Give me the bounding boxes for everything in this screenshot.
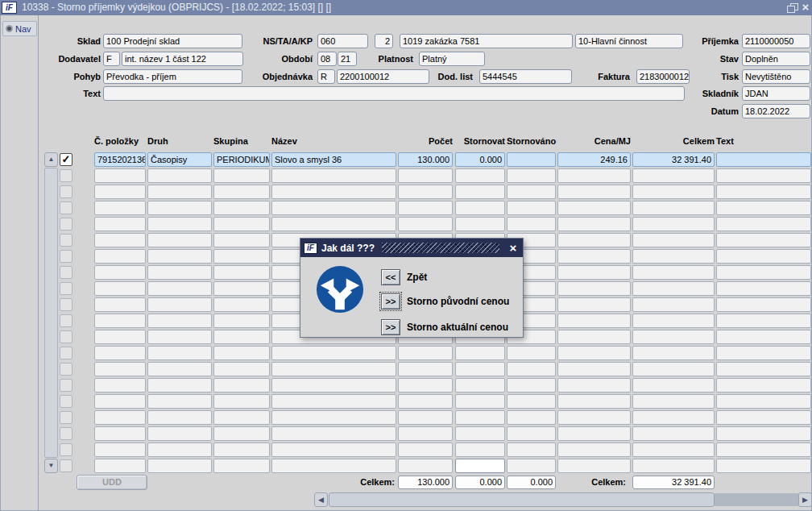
stav-field[interactable]: Doplněn (742, 52, 810, 66)
table-cell[interactable] (507, 152, 556, 167)
row-checkbox[interactable] (60, 314, 72, 327)
table-cell[interactable] (147, 378, 212, 393)
row-checkbox[interactable] (60, 427, 72, 440)
table-cell[interactable] (147, 281, 212, 296)
row-checkbox[interactable] (60, 201, 72, 214)
table-cell[interactable] (632, 281, 715, 296)
table-cell[interactable] (213, 378, 270, 393)
table-cell[interactable] (716, 201, 811, 215)
table-cell[interactable] (557, 410, 631, 425)
cinnost-field[interactable]: 10-Hlavní činnost (575, 34, 683, 48)
table-cell[interactable] (557, 362, 631, 376)
table-cell[interactable] (398, 217, 453, 231)
table-cell[interactable] (213, 201, 270, 215)
table-cell[interactable] (632, 185, 715, 199)
scrollbar-track[interactable] (715, 493, 798, 506)
table-cell[interactable] (557, 426, 631, 441)
table-cell[interactable] (507, 346, 556, 360)
table-cell[interactable] (94, 346, 146, 360)
table-cell[interactable] (398, 378, 453, 393)
table-cell[interactable] (94, 426, 146, 441)
table-cell[interactable] (557, 314, 631, 328)
table-cell[interactable] (557, 201, 631, 215)
table-cell[interactable] (557, 233, 631, 247)
table-cell[interactable] (455, 217, 505, 231)
table-cell[interactable] (455, 394, 505, 409)
table-cell[interactable] (398, 185, 453, 199)
table-cell[interactable] (507, 442, 556, 457)
row-checkbox[interactable] (60, 347, 72, 359)
table-cell[interactable] (632, 442, 715, 457)
table-cell[interactable] (716, 233, 811, 247)
table-cell[interactable] (716, 330, 811, 344)
table-cell[interactable] (455, 410, 505, 425)
table-cell[interactable] (716, 185, 811, 199)
table-cell[interactable] (147, 185, 212, 199)
table-cell[interactable]: 249.16 (557, 152, 631, 167)
table-cell[interactable] (507, 201, 556, 215)
table-cell[interactable] (213, 281, 270, 296)
table-cell[interactable] (147, 459, 212, 473)
table-cell[interactable] (507, 378, 556, 393)
table-cell[interactable] (632, 362, 715, 376)
table-cell[interactable] (632, 330, 715, 344)
table-cell[interactable] (147, 442, 212, 457)
table-cell[interactable]: PERIODIKUM (213, 152, 270, 167)
datum-field[interactable]: 18.02.2022 (742, 104, 810, 118)
table-cell[interactable]: Časopisy (147, 152, 212, 167)
table-cell[interactable] (147, 410, 212, 425)
table-cell[interactable] (271, 185, 396, 199)
table-cell[interactable] (271, 217, 396, 231)
table-cell[interactable] (213, 394, 270, 409)
table-cell[interactable] (716, 152, 811, 167)
table-cell[interactable] (213, 265, 270, 280)
table-cell[interactable] (507, 459, 556, 473)
table-cell[interactable] (94, 217, 146, 231)
row-checkbox[interactable] (60, 250, 72, 263)
row-checkbox[interactable] (60, 234, 72, 247)
table-cell[interactable] (147, 201, 212, 215)
table-cell[interactable] (94, 314, 146, 328)
table-cell[interactable] (398, 442, 453, 457)
table-cell[interactable] (557, 249, 631, 264)
table-cell[interactable] (716, 410, 811, 425)
table-cell[interactable] (455, 362, 505, 376)
table-cell[interactable] (557, 168, 631, 183)
udd-button[interactable]: UDD (77, 475, 147, 490)
table-cell[interactable]: 32 391.40 (632, 152, 715, 167)
table-cell[interactable] (213, 297, 270, 312)
table-cell[interactable] (716, 265, 811, 280)
ns-code-field[interactable]: 2 (375, 34, 393, 48)
table-cell[interactable] (213, 410, 270, 425)
table-cell[interactable] (632, 168, 715, 183)
table-cell[interactable] (213, 314, 270, 328)
table-cell[interactable] (94, 394, 146, 409)
table-cell[interactable] (455, 201, 505, 215)
pohyb-field[interactable]: Převodka - příjem (103, 69, 242, 84)
table-cell[interactable] (398, 410, 453, 425)
objednavka-code-field[interactable]: R (317, 69, 335, 84)
table-cell[interactable] (147, 330, 212, 344)
table-cell[interactable] (632, 394, 715, 409)
table-cell[interactable] (147, 168, 212, 183)
table-cell[interactable] (213, 168, 270, 183)
sklad-field[interactable]: 100 Prodejní sklad (103, 34, 242, 48)
table-cell[interactable] (271, 362, 396, 376)
table-cell[interactable] (271, 410, 396, 425)
row-checkbox[interactable] (60, 395, 72, 408)
tisk-field[interactable]: Nevytištěno (742, 69, 810, 84)
faktura-field[interactable]: 2183000012 (636, 69, 690, 84)
table-cell[interactable]: Slovo a smysl 36 (271, 152, 396, 167)
table-cell[interactable] (716, 217, 811, 231)
table-cell[interactable] (455, 426, 505, 441)
skladnik-field[interactable]: JDAN (742, 86, 810, 101)
table-cell[interactable] (557, 394, 631, 409)
table-cell[interactable] (94, 330, 146, 344)
row-checkbox[interactable] (60, 218, 72, 231)
row-checkbox[interactable] (60, 266, 72, 279)
table-cell[interactable] (271, 378, 396, 393)
table-cell[interactable] (271, 201, 396, 215)
table-cell[interactable] (557, 330, 631, 344)
platnost-field[interactable]: Platný (419, 52, 485, 66)
table-cell[interactable] (94, 168, 146, 183)
